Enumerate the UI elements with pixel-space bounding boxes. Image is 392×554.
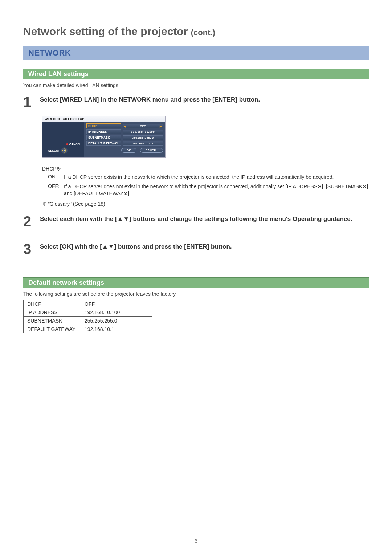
table-cell-val: 192.168.10.1 — [81, 325, 152, 333]
osd-screenshot: WIRED DETAILED SETUP CANCEL SELECT — [42, 116, 369, 158]
dhcp-on-val: If a DHCP server exists in the network t… — [64, 174, 369, 181]
dhcp-desc-head: DHCP※ — [42, 166, 369, 172]
page-title: Network setting of the projector (cont.) — [23, 25, 369, 38]
table-row: DHCP OFF — [24, 300, 152, 308]
step-3: 3 Select [OK] with the [▲▼] buttons and … — [23, 242, 369, 256]
cancel-dot-icon — [66, 143, 68, 145]
dhcp-off-val: If a DHCP server does not exist in the n… — [64, 183, 369, 197]
table-cell-val: 192.168.10.100 — [81, 308, 152, 316]
page-title-main: Network setting of the projector — [23, 25, 188, 37]
osd-title: WIRED DETAILED SETUP — [42, 116, 165, 122]
table-row: SUBNETMASK 255.255.255.0 — [24, 316, 152, 325]
table-cell-val: OFF — [81, 300, 152, 308]
glossary-note: ※ "Glossary" (See page 18) — [42, 201, 369, 207]
nav-dpad-icon — [61, 147, 68, 154]
table-cell-val: 255.255.255.0 — [81, 316, 152, 325]
step-1: 1 Select [WIRED LAN] in the NETWORK menu… — [23, 95, 369, 109]
dhcp-on-key: ON: — [42, 174, 64, 181]
step-2: 2 Select each item with the [▲▼] buttons… — [23, 214, 369, 229]
table-cell-key: IP ADDRESS — [24, 308, 81, 316]
osd-row-value: ◀ OFF ▶ — [123, 124, 163, 128]
section-bar-network: NETWORK — [23, 46, 369, 60]
default-settings-table: DHCP OFF IP ADDRESS 192.168.10.100 SUBNE… — [23, 300, 152, 333]
step-1-number: 1 — [23, 95, 40, 109]
step-2-text: Select each item with the [▲▼] buttons a… — [40, 214, 369, 223]
page-title-cont: (cont.) — [191, 28, 215, 37]
subsection-bar-wired: Wired LAN settings — [23, 69, 369, 79]
wired-intro: You can make detailed wired LAN settings… — [23, 82, 369, 88]
default-intro: The following settings are set before th… — [23, 291, 369, 297]
table-cell-key: DEFAULT GATEWAY — [24, 325, 81, 333]
subsection-bar-default: Default network settings — [23, 277, 369, 288]
step-1-text: Select [WIRED LAN] in the NETWORK menu a… — [40, 95, 369, 103]
arrow-left-icon: ◀ — [124, 125, 126, 128]
osd-row-value: 255.255.255. 0 — [123, 135, 163, 140]
osd-row-label: SUBNETMASK — [86, 135, 121, 140]
subsection-bar-label: Wired LAN settings — [28, 70, 89, 78]
osd-row-label: IP ADDRESS — [86, 129, 121, 134]
osd-cancel-button: CANCEL — [140, 148, 163, 153]
osd-select-label: SELECT — [48, 149, 60, 152]
subsection-bar-label: Default network settings — [28, 279, 104, 286]
dhcp-description: DHCP※ ON: If a DHCP server exists in the… — [42, 166, 369, 197]
table-cell-key: DHCP — [24, 300, 81, 308]
step-3-text: Select [OK] with the [▲▼] buttons and pr… — [40, 242, 369, 250]
page-number: 6 — [0, 538, 392, 544]
section-bar-label: NETWORK — [28, 48, 71, 57]
table-cell-key: SUBNETMASK — [24, 316, 81, 325]
table-row: IP ADDRESS 192.168.10.100 — [24, 308, 152, 316]
osd-row-label: DHCP — [86, 123, 121, 128]
step-2-number: 2 — [23, 214, 40, 229]
osd-row-value: 192.168. 10.100 — [123, 130, 163, 134]
osd-cancel-label: CANCEL — [69, 143, 81, 146]
arrow-right-icon: ▶ — [160, 125, 162, 128]
osd-ok-button: OK — [121, 148, 136, 153]
osd-row-label: DEFAULT GATEWAY — [86, 141, 121, 146]
table-row: DEFAULT GATEWAY 192.168.10.1 — [24, 325, 152, 333]
dhcp-off-key: OFF: — [42, 183, 64, 197]
osd-row-value: 192.168. 10. 1 — [123, 141, 163, 146]
step-3-number: 3 — [23, 242, 40, 256]
